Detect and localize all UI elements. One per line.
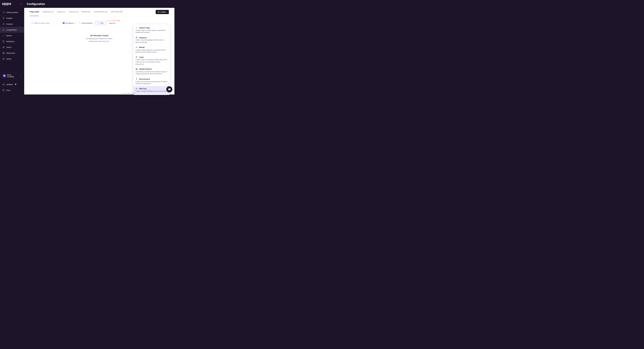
svg-point-0 xyxy=(3,30,3,30)
menu-title: Environment xyxy=(139,78,150,80)
menu-title: Feature Flag xyxy=(139,27,149,29)
menu-desc: Create non-production environments for f… xyxy=(136,80,168,85)
sidebar-item-insights[interactable]: Insights xyxy=(0,15,24,21)
clear-all-link[interactable]: Clear all xyxy=(109,22,115,24)
book-icon xyxy=(2,40,4,42)
svg-point-4 xyxy=(4,47,4,47)
chart-line-icon xyxy=(2,34,4,37)
holdout-icon xyxy=(136,68,138,70)
create-menu-item-feature-flag[interactable]: Feature FlagCreate a flag to control fea… xyxy=(133,25,170,35)
branch-icon xyxy=(136,27,138,29)
tab-holdouts[interactable]: Holdouts (3) xyxy=(69,10,78,16)
search-input[interactable] xyxy=(34,22,58,24)
help-icon xyxy=(2,89,4,91)
svg-point-18 xyxy=(136,88,136,89)
bandit-icon xyxy=(136,46,138,48)
tab-layers[interactable]: Layers (5) xyxy=(57,10,65,16)
star-icon: ★ xyxy=(74,22,76,24)
list-steps-icon xyxy=(2,11,4,13)
search-icon xyxy=(31,22,33,24)
svg-point-15 xyxy=(136,47,137,47)
tab-environments[interactable]: Environments (6) xyxy=(94,10,107,16)
company-selector[interactable]: D Demo Company xyxy=(2,73,22,79)
nav-label: Admin xyxy=(6,58,11,60)
sidebar-item-configuration[interactable]: Configuration xyxy=(0,27,24,33)
menu-desc: Create a unique identifier for your envi… xyxy=(136,90,168,92)
company-avatar: D xyxy=(3,74,6,77)
menu-title: SDK Key xyxy=(139,88,146,90)
sidebar-item-teams[interactable]: Teams xyxy=(0,44,24,50)
tabs: Flags (109)Audiences (4)Layers (5)Holdou… xyxy=(30,8,123,16)
page-title: Configuration xyxy=(24,0,174,8)
tab-sdk[interactable]: SDK Keys (39) xyxy=(111,10,123,16)
svg-point-6 xyxy=(3,59,3,59)
chat-icon xyxy=(168,88,171,91)
nav-label: Configuration xyxy=(6,29,16,31)
chevron-down-icon xyxy=(20,75,21,76)
create-button[interactable]: Create... xyxy=(156,10,169,14)
main: Configuration Flags (109)Audiences (4)La… xyxy=(24,0,174,94)
create-menu-item-layer[interactable]: LayerCreate a layer, an advanced feature… xyxy=(133,55,170,66)
svg-point-7 xyxy=(3,58,4,59)
branch-icon xyxy=(2,29,4,31)
menu-desc: Create a layer, an advanced feature flag… xyxy=(136,59,168,65)
sidebar-item-warehouse[interactable]: Warehouse xyxy=(0,50,24,56)
menu-desc: Use holdout to evaluate the collective i… xyxy=(136,71,168,75)
users-icon xyxy=(2,46,4,48)
annotation-arrow xyxy=(107,20,120,21)
logo: eppo xyxy=(2,1,11,6)
my-starred-label: My Starred xyxy=(66,22,74,24)
search-input-wrap[interactable] xyxy=(30,21,60,25)
docs-label: Docs xyxy=(6,89,10,91)
target-icon xyxy=(136,36,138,38)
create-menu-item-audience[interactable]: AudienceDefine reusable targeting rules … xyxy=(133,35,170,45)
nav-label: Metrics xyxy=(6,35,12,37)
tab-audiences[interactable]: Audiences (4) xyxy=(42,10,53,16)
menu-title: Layer xyxy=(139,56,144,58)
sidebar-item-metrics[interactable]: Metrics xyxy=(0,33,24,38)
help-docs-link[interactable]: help docs. xyxy=(102,40,110,42)
create-menu-item-bandit[interactable]: BanditCreate a feature flag with a conte… xyxy=(133,45,170,55)
svg-point-1 xyxy=(4,30,4,30)
create-menu-item-environment[interactable]: EnvironmentCreate non-production environ… xyxy=(133,76,170,86)
sidebar-item-docs[interactable]: Docs xyxy=(0,87,24,93)
nav-label: Getting Started xyxy=(6,11,18,13)
layers-icon xyxy=(136,56,138,58)
collapse-sidebar-button[interactable] xyxy=(20,3,22,5)
show-archived-label: Show Archived xyxy=(82,22,92,24)
sidebar-item-updates[interactable]: Updates xyxy=(0,81,24,87)
create-button-label: Create... xyxy=(160,11,167,13)
sidebar-item-admin[interactable]: Admin xyxy=(0,56,24,62)
menu-desc: Create a feature flag with a contextual … xyxy=(136,49,168,53)
key-icon xyxy=(136,87,138,90)
chat-fab[interactable] xyxy=(166,86,172,92)
nav: Getting StartedInsightsAnalysisConfigura… xyxy=(0,7,24,64)
menu-desc: Define reusable targeting rules that can… xyxy=(136,39,168,43)
create-menu-item-global-holdout[interactable]: Global HoldoutUse holdout to evaluate th… xyxy=(133,66,170,76)
checkbox-checked-icon: ✓ xyxy=(63,22,64,24)
checkbox-unchecked-icon xyxy=(79,22,80,24)
sidebar-item-analysis[interactable]: Analysis xyxy=(0,21,24,27)
updates-label: Updates xyxy=(6,83,13,85)
sidebar-item-definitions[interactable]: Definitions xyxy=(0,38,24,44)
show-archived-checkbox[interactable]: Show Archived xyxy=(79,22,92,24)
filter-button[interactable]: Filter xyxy=(95,21,106,25)
sidebar-item-getting-started[interactable]: Getting Started xyxy=(0,9,24,15)
create-menu-item-sdk-key[interactable]: SDK KeyCreate a unique identifier for yo… xyxy=(133,86,170,94)
pin-icon xyxy=(136,78,138,80)
filter-icon xyxy=(98,22,99,24)
tab-flags[interactable]: Flags (109) xyxy=(30,10,39,16)
plus-circle-icon xyxy=(158,11,160,13)
sliders-icon xyxy=(2,58,4,60)
flask-icon xyxy=(2,23,4,25)
nav-label: Analysis xyxy=(6,23,13,25)
my-starred-checkbox[interactable]: ✓ My Starred ★ xyxy=(63,22,76,24)
company-name: Demo Company xyxy=(7,74,18,78)
sidebar: eppo Getting StartedInsightsAnalysisConf… xyxy=(0,0,24,94)
svg-point-3 xyxy=(3,46,4,47)
menu-title: Audience xyxy=(139,36,147,38)
megaphone-icon xyxy=(2,83,4,85)
tab-bandits[interactable]: Bandits (6) xyxy=(82,10,90,16)
menu-title: Global Holdout xyxy=(139,68,152,70)
svg-rect-2 xyxy=(3,41,4,42)
